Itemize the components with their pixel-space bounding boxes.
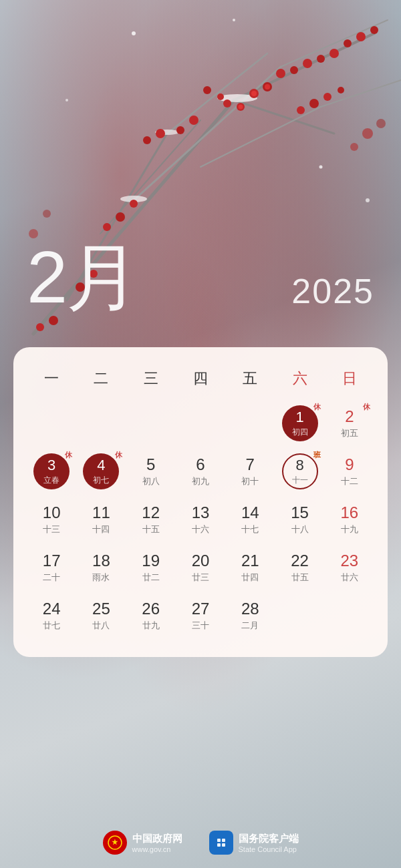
svg-point-32	[156, 129, 165, 138]
day-number: 17	[43, 552, 61, 571]
day-lunar: 初七	[93, 475, 109, 486]
day-number: 12	[142, 503, 160, 523]
day-lunar: 十三	[43, 523, 60, 535]
cal-cell-w3c0: 17二十	[27, 545, 76, 590]
day-lunar: 初八	[142, 475, 160, 487]
svg-point-27	[370, 26, 378, 34]
day-number: 11	[92, 503, 110, 523]
svg-point-30	[189, 116, 198, 125]
day-lunar: 廿七	[43, 620, 60, 632]
day-number: 7	[246, 455, 255, 475]
svg-line-7	[100, 120, 200, 234]
cal-cell-w4c5	[275, 593, 324, 638]
svg-rect-59	[222, 839, 225, 842]
app-text: 国务院客户端 State Council App	[239, 833, 299, 853]
svg-point-37	[338, 87, 344, 93]
cal-cell-w1c5: 班8十一	[275, 449, 324, 494]
svg-point-51	[233, 19, 235, 21]
day-lunar: 廿八	[92, 620, 110, 632]
cal-cell-w3c3: 20廿三	[176, 545, 225, 590]
svg-point-36	[323, 93, 331, 101]
app-sub: State Council App	[239, 845, 299, 853]
brand-gov: 中国政府网 www.gov.cn	[103, 831, 182, 855]
day-number: 16	[340, 503, 358, 523]
month-title: 2月	[27, 240, 138, 314]
day-number: 24	[43, 600, 61, 619]
svg-point-25	[344, 39, 352, 47]
svg-point-20	[276, 69, 285, 78]
svg-point-21	[290, 66, 298, 74]
day-lunar: 十五	[142, 523, 160, 535]
svg-point-28	[217, 93, 224, 100]
day-number: 1	[295, 409, 303, 426]
dow-cell-6: 日	[325, 363, 374, 394]
cal-cell-w1c4: 7初十	[225, 449, 275, 494]
cal-cell-w1c3: 6初九	[176, 449, 225, 494]
day-lunar: 初五	[341, 427, 358, 439]
svg-rect-60	[217, 843, 221, 847]
cal-cell-w1c0: 休3立春	[27, 449, 76, 494]
day-lunar: 廿三	[192, 572, 209, 584]
svg-point-33	[143, 136, 151, 144]
day-number: 21	[241, 552, 259, 571]
svg-point-44	[36, 323, 44, 331]
cal-cell-w4c0: 24廿七	[27, 593, 76, 638]
day-number: 3	[47, 457, 55, 474]
day-lunar: 初十	[241, 475, 259, 487]
cal-cell-w3c4: 21廿四	[225, 545, 275, 590]
day-number: 22	[291, 552, 309, 571]
svg-point-40	[130, 200, 138, 208]
day-lunar: 初九	[192, 475, 209, 487]
calendar-card: 一二三四五六日 休1初四休2初五休3立春休4初七5初八6初九7初十班8十一9十二…	[13, 347, 388, 657]
cal-cell-w4c1: 25廿八	[76, 593, 126, 638]
day-number: 28	[241, 600, 259, 619]
cal-cell-w4c4: 28二月	[225, 593, 275, 638]
cal-cell-w3c5: 22廿五	[275, 545, 324, 590]
gov-text: 中国政府网 www.gov.cn	[132, 833, 182, 853]
day-lunar: 立春	[43, 475, 59, 486]
svg-point-19	[223, 99, 231, 107]
day-lunar: 十四	[92, 523, 110, 535]
day-number: 4	[97, 457, 105, 474]
dow-cell-5: 六	[275, 363, 324, 394]
svg-point-29	[203, 86, 211, 94]
day-lunar: 二十	[43, 572, 60, 584]
svg-point-47	[350, 143, 358, 151]
gov-name: 中国政府网	[132, 833, 182, 845]
badge: 班	[313, 450, 321, 460]
day-lunar: 雨水	[92, 572, 110, 584]
day-number: 14	[241, 503, 259, 523]
cal-cell-w2c5: 15十八	[275, 497, 324, 542]
year-title: 2025	[291, 274, 374, 308]
svg-point-24	[329, 49, 339, 58]
svg-line-2	[234, 100, 334, 134]
day-number: 26	[142, 600, 160, 619]
badge: 休	[313, 402, 321, 412]
day-lunar: 廿九	[142, 620, 160, 632]
cal-cell-w2c1: 11十四	[76, 497, 126, 542]
svg-point-45	[362, 128, 373, 139]
svg-point-14	[251, 91, 257, 96]
svg-point-54	[366, 198, 370, 202]
app-name: 国务院客户端	[239, 833, 299, 845]
day-lunar: 十一	[292, 475, 308, 486]
svg-point-39	[116, 212, 125, 222]
cal-cell-w4c6	[325, 593, 374, 638]
svg-line-8	[281, 20, 388, 67]
day-lunar: 廿四	[241, 572, 259, 584]
svg-rect-57	[215, 837, 227, 849]
day-lunar: 十八	[291, 523, 309, 535]
cal-cell-w3c2: 19廿二	[126, 545, 176, 590]
day-number: 9	[345, 455, 354, 475]
svg-point-23	[317, 55, 325, 63]
svg-point-52	[319, 166, 323, 169]
cal-cell-w0c3	[176, 401, 225, 446]
day-number: 2	[345, 407, 354, 427]
cal-cell-w0c5: 休1初四	[275, 401, 324, 446]
svg-point-26	[356, 32, 366, 41]
day-number: 8	[295, 457, 303, 474]
day-number: 25	[92, 600, 110, 619]
day-lunar: 初四	[292, 427, 308, 438]
cal-cell-w1c2: 5初八	[126, 449, 176, 494]
svg-point-50	[132, 31, 136, 35]
